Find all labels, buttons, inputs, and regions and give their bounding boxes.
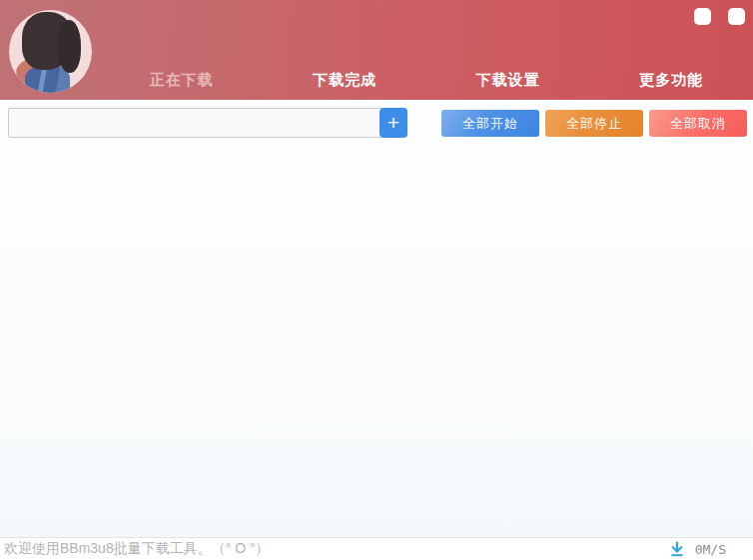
app-window: 正在下载 下载完成 下载设置 更多功能 + 全部开始 全部停止 全部取消 欢迎使… xyxy=(0,0,753,560)
url-input-wrap: + xyxy=(8,108,407,138)
minimize-button[interactable] xyxy=(694,8,711,25)
toolbar: + 全部开始 全部停止 全部取消 xyxy=(0,100,753,145)
action-buttons: 全部开始 全部停止 全部取消 xyxy=(441,110,747,137)
avatar-hair-bun xyxy=(57,20,81,73)
close-button[interactable] xyxy=(728,8,745,25)
tab-completed[interactable]: 下载完成 xyxy=(264,65,427,96)
stop-all-button[interactable]: 全部停止 xyxy=(545,110,643,137)
tab-bar: 正在下载 下载完成 下载设置 更多功能 xyxy=(100,65,753,96)
cancel-all-button[interactable]: 全部取消 xyxy=(649,110,747,137)
welcome-text: 欢迎使用BBm3u8批量下载工具。（° O °） xyxy=(4,540,669,558)
start-all-button[interactable]: 全部开始 xyxy=(441,110,539,137)
download-arrow-icon xyxy=(669,541,685,557)
speed-area: 0M/S xyxy=(669,541,726,557)
tab-more-features[interactable]: 更多功能 xyxy=(590,65,753,96)
tab-settings[interactable]: 下载设置 xyxy=(426,65,590,96)
tab-downloading[interactable]: 正在下载 xyxy=(100,65,264,96)
speed-value: 0M/S xyxy=(695,542,726,557)
download-list xyxy=(0,145,753,537)
header: 正在下载 下载完成 下载设置 更多功能 xyxy=(0,0,753,100)
status-bar: 欢迎使用BBm3u8批量下载工具。（° O °） 0M/S xyxy=(0,537,753,560)
add-task-button[interactable]: + xyxy=(379,108,407,138)
url-input[interactable] xyxy=(8,108,407,138)
window-controls xyxy=(694,8,745,25)
avatar xyxy=(9,10,92,93)
